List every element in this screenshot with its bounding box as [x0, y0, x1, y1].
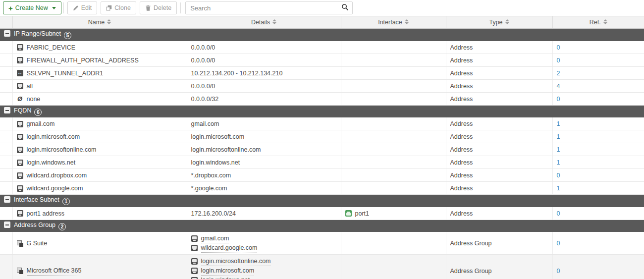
row-select-cell: [0, 117, 12, 130]
object-name: Microsoft Office 365: [27, 266, 82, 276]
table-row-wildcard-dropbox-com[interactable]: wildcard.dropbox.com*.dropbox.comAddress…: [0, 169, 644, 182]
column-label: Ref.: [590, 19, 601, 26]
delete-button[interactable]: Delete: [140, 1, 177, 14]
ref-count-link[interactable]: 2: [557, 70, 560, 77]
ref-count-link[interactable]: 0: [557, 210, 560, 217]
search-input[interactable]: [186, 2, 337, 14]
ref-count-link[interactable]: 1: [557, 133, 560, 140]
ref-count-link[interactable]: 0: [557, 172, 560, 179]
detail-value: 0.0.0.0/0: [191, 43, 215, 52]
column-header-ref[interactable]: Ref.: [552, 16, 644, 29]
name-cell: gmail.com: [12, 117, 187, 130]
table-row-g-suite[interactable]: G Suitegmail.comwildcard.google.comAddre…: [0, 232, 644, 255]
ref-count-link[interactable]: 0: [557, 57, 560, 64]
column-label: Details: [251, 19, 270, 26]
ref-cell: 0: [552, 255, 644, 279]
object-name: gmail.com: [27, 119, 55, 128]
ref-cell: 0: [552, 207, 644, 220]
ref-count-link[interactable]: 0: [557, 44, 560, 51]
group-header-address-group[interactable]: Address Group2: [0, 220, 644, 232]
group-header-fqdn[interactable]: FQDN6: [0, 105, 644, 117]
table-row-fabric-device[interactable]: FABRIC_DEVICE0.0.0.0/0Address0: [0, 41, 644, 54]
table-row-login-microsoft-com[interactable]: login.microsoft.comlogin.microsoft.comAd…: [0, 130, 644, 143]
collapse-minus-icon[interactable]: [4, 107, 10, 113]
group-header-cell: IP Range/Subnet5: [0, 29, 644, 41]
detail-value: wildcard.google.com: [201, 243, 258, 253]
ref-count-link[interactable]: 1: [557, 159, 560, 166]
table-row-firewall-auth-portal-address[interactable]: FIREWALL_AUTH_PORTAL_ADDRESS0.0.0.0/0Add…: [0, 54, 644, 66]
ref-count-link[interactable]: 1: [557, 185, 560, 192]
object-name: wildcard.dropbox.com: [27, 171, 87, 180]
ref-count-link[interactable]: 0: [557, 96, 560, 103]
interface-cell: [341, 41, 446, 54]
object-name: FIREWALL_AUTH_PORTAL_ADDRESS: [27, 56, 139, 65]
object-name: FABRIC_DEVICE: [27, 43, 76, 52]
row-select-cell: [0, 255, 12, 279]
sort-icon: [505, 19, 509, 25]
object-name: port1 address: [27, 209, 64, 218]
type-cell: Address: [446, 79, 552, 92]
details-cell: *.dropbox.com: [187, 169, 341, 182]
group-count-badge: 1: [62, 198, 70, 205]
collapse-minus-icon[interactable]: [4, 222, 10, 228]
row-select-cell: [0, 182, 12, 195]
details-cell: 10.212.134.200 - 10.212.134.210: [187, 66, 341, 79]
table-row-none[interactable]: Ønone0.0.0.0/32Address0: [0, 92, 644, 105]
table-row-wildcard-google-com[interactable]: wildcard.google.com*.google.comAddress1: [0, 182, 644, 195]
search-icon: [341, 3, 349, 12]
address-subnet-icon: [17, 57, 23, 63]
table-row-port1-address[interactable]: port1 address172.16.200.0/24port1Address…: [0, 207, 644, 220]
table-row-all[interactable]: all0.0.0.0/0Address4: [0, 79, 644, 92]
edit-button[interactable]: Edit: [67, 1, 98, 14]
ref-cell: 0: [552, 169, 644, 182]
group-count-badge: 2: [58, 223, 66, 230]
row-select-cell: [0, 41, 12, 54]
column-header-name[interactable]: Name: [12, 16, 187, 29]
column-header-interface[interactable]: Interface: [341, 16, 446, 29]
table-row-login-microsoftonline-com[interactable]: login.microsoftonline.comlogin.microsoft…: [0, 143, 644, 156]
ref-count-link[interactable]: 0: [557, 268, 560, 275]
ref-cell: 0: [552, 232, 644, 255]
table-row-microsoft-office-365[interactable]: Microsoft Office 365login.microsoftonlin…: [0, 255, 644, 279]
details-cell: 0.0.0.0/32: [187, 92, 341, 105]
address-subnet-icon: [17, 44, 23, 51]
name-cell: FABRIC_DEVICE: [12, 41, 187, 54]
detail-value: gmail.com: [191, 119, 219, 128]
create-new-button[interactable]: + Create New: [3, 1, 61, 14]
column-header-type[interactable]: Type: [446, 16, 552, 29]
clone-label: Clone: [114, 4, 131, 11]
type-cell: Address: [446, 130, 552, 143]
clone-button[interactable]: Clone: [101, 1, 136, 14]
ref-count-link[interactable]: 1: [557, 120, 560, 127]
select-column-header: [0, 16, 12, 29]
row-select-cell: [0, 156, 12, 169]
ref-count-link[interactable]: 0: [557, 240, 560, 247]
search-button[interactable]: [337, 2, 352, 14]
interface-name: port1: [355, 209, 370, 218]
collapse-minus-icon[interactable]: [4, 30, 10, 37]
collapse-minus-icon[interactable]: [4, 196, 10, 203]
ref-count-link[interactable]: 1: [557, 146, 560, 153]
detail-value: 0.0.0.0/32: [191, 95, 219, 104]
fqdn-icon: [191, 235, 198, 242]
row-select-cell: [0, 232, 12, 255]
fqdn-icon: [191, 245, 198, 251]
column-label: Interface: [378, 19, 402, 26]
column-header-details[interactable]: Details: [187, 16, 341, 29]
group-header-cell: FQDN6: [0, 105, 644, 117]
type-cell: Address: [446, 66, 552, 79]
name-cell: Microsoft Office 365: [12, 255, 187, 279]
group-header-interface-subnet[interactable]: Interface Subnet1: [0, 195, 644, 207]
table-row-sslvpn-tunnel-addr1[interactable]: SSLVPN_TUNNEL_ADDR110.212.134.200 - 10.2…: [0, 66, 644, 79]
table-row-login-windows-net[interactable]: login.windows.netlogin.windows.netAddres…: [0, 156, 644, 169]
fqdn-icon: [17, 185, 23, 192]
table-row-gmail-com[interactable]: gmail.comgmail.comAddress1: [0, 117, 644, 130]
interface-cell: [341, 130, 446, 143]
group-header-ip-range-subnet[interactable]: IP Range/Subnet5: [0, 29, 644, 41]
details-cell: gmail.comwildcard.google.com: [187, 232, 341, 255]
detail-value: login.microsoftonline.com: [191, 145, 261, 154]
details-cell: *.google.com: [187, 182, 341, 195]
name-cell: all: [12, 79, 187, 92]
sort-icon: [603, 19, 607, 25]
ref-count-link[interactable]: 4: [557, 83, 560, 90]
